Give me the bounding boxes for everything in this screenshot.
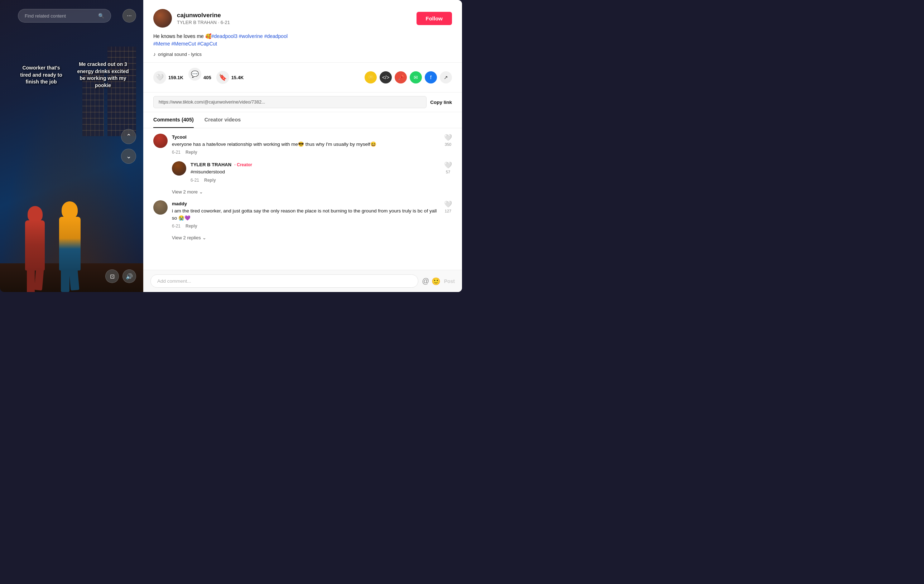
chevron-down-icon-2: ⌄ [202, 235, 206, 240]
meme-text-right: Me cracked out on 3 energy drinks excite… [75, 61, 131, 89]
hashtag-deadpool[interactable]: #deadpool [264, 33, 287, 39]
meme-text-left: Coworker that's tired and ready to finis… [18, 65, 64, 86]
description-text: He knows he loves me 🥰 [153, 33, 211, 39]
comment-meta-tycool: 6-21 Reply [172, 150, 440, 155]
comment-icon-button[interactable]: 💬 [188, 68, 201, 81]
comment-date-maddy: 6-21 [172, 223, 180, 228]
username-creator[interactable]: TYLER B TRAHAN [191, 162, 231, 167]
creator-badge: · Creator [234, 162, 252, 167]
volume-button[interactable]: 🔊 [122, 270, 136, 283]
emoji-icon[interactable]: 🙂 [432, 277, 441, 286]
whatsapp-icon[interactable]: ✉ [410, 71, 422, 83]
creator-info: cajunwolverine TYLER B TRAHAN · 6-21 [153, 9, 230, 28]
comment-input-section: @ 🙂 Post [143, 270, 462, 292]
bottom-icons: ⊡ 🔊 [105, 270, 136, 283]
captions-icon: ⊡ [110, 273, 115, 280]
post-button[interactable]: Post [444, 278, 455, 284]
volume-icon: 🔊 [126, 273, 133, 280]
bookmark-count: 15.4K [231, 75, 244, 80]
bookmark-action[interactable]: 🔖 15.4K [216, 71, 244, 84]
creator-username: cajunwolverine [177, 12, 230, 19]
facebook-icon[interactable]: f [425, 71, 437, 83]
like-count-maddy: 127 [445, 209, 451, 213]
sound-name: original sound - lyrics [158, 51, 201, 57]
chevron-up-icon: ⌃ [126, 132, 132, 141]
reply-button-maddy[interactable]: Reply [185, 223, 197, 228]
more-options-button[interactable]: ··· [122, 9, 136, 23]
view-more-1[interactable]: View 2 more ⌄ [172, 189, 452, 195]
like-creator: 🤍 57 [444, 161, 452, 182]
avatar-image [153, 9, 172, 28]
input-icons: @ 🙂 [422, 277, 440, 286]
deadpool-figure [21, 199, 50, 271]
reply-button-tycool[interactable]: Reply [185, 150, 197, 155]
avatar[interactable] [153, 9, 172, 28]
reply-button-creator[interactable]: Reply [204, 178, 216, 183]
search-bar[interactable]: 🔍 [18, 9, 111, 23]
heart-icon-tycool[interactable]: 🤍 [444, 134, 452, 142]
deadpool-body [25, 220, 45, 271]
wolverine-figure [57, 195, 86, 271]
comment-text-tycool: everyone has a hate/love relationship wi… [172, 141, 440, 148]
like-action[interactable]: 🤍 159.1K [153, 71, 183, 84]
username-maddy[interactable]: maddy [172, 201, 187, 206]
video-panel: Coworker that's tired and ready to finis… [0, 0, 143, 292]
heart-icon-maddy[interactable]: 🤍 [444, 200, 452, 208]
avatar-creator[interactable] [172, 161, 186, 175]
hashtag-capcut[interactable]: #CapCut [197, 41, 217, 46]
like-count-tycool: 350 [445, 142, 451, 147]
comment-meta-creator: 6-21 Reply [191, 178, 440, 183]
forward-icon[interactable]: ↗ [440, 71, 452, 83]
tab-comments[interactable]: Comments (405) [153, 112, 194, 128]
deadpool-head [28, 206, 43, 222]
comment-input[interactable] [150, 275, 418, 288]
link-url: https://www.tiktok.com/@cajunwolverine/v… [153, 96, 427, 108]
video-description: He knows he loves me 🥰#deadpool3 #wolver… [153, 33, 452, 48]
avatar-maddy[interactable] [153, 200, 168, 215]
comment-tycool: Tycool everyone has a hate/love relation… [153, 134, 452, 155]
like-count-creator: 57 [446, 170, 450, 174]
bookmark-icon-button[interactable]: 🔖 [216, 71, 229, 84]
hashtag-wolverine[interactable]: #wolverine [239, 33, 263, 39]
comment-action[interactable]: 💬 405 [188, 68, 211, 87]
tiktok-coin-icon[interactable]: 🪙 [365, 71, 377, 83]
mention-icon[interactable]: @ [422, 277, 429, 285]
nav-down-button[interactable]: ⌄ [121, 149, 136, 164]
username-tycool[interactable]: Tycool [172, 134, 186, 140]
search-input[interactable] [25, 13, 94, 19]
view-more-label-1: View 2 more [172, 189, 198, 195]
share-icons: 🪙 </> 📌 ✉ f ↗ [365, 71, 452, 83]
wolverine-leg-left [61, 269, 69, 292]
actions-section: 🤍 159.1K 💬 405 🔖 15.4K 🪙 </> 📌 ✉ f ↗ [143, 63, 462, 93]
hashtag-memecut[interactable]: #MemeCut [172, 41, 196, 46]
wolverine-head [62, 201, 78, 218]
search-icon: 🔍 [98, 13, 104, 19]
heart-icon-button[interactable]: 🤍 [153, 71, 166, 84]
wolverine-leg-right [69, 268, 79, 291]
hashtag-meme[interactable]: #Meme [153, 41, 170, 46]
avatar-tycool[interactable] [153, 134, 168, 148]
creator-details: cajunwolverine TYLER B TRAHAN · 6-21 [177, 12, 230, 25]
captions-button[interactable]: ⊡ [105, 270, 119, 283]
comment-date-creator: 6-21 [191, 178, 199, 183]
tabs-section: Comments (405) Creator videos [143, 112, 462, 128]
nav-up-button[interactable]: ⌃ [121, 129, 136, 144]
copy-link-button[interactable]: Copy link [430, 99, 452, 105]
view-replies-label-2: View 2 replies [172, 235, 201, 240]
creator-handle: TYLER B TRAHAN · 6-21 [177, 20, 230, 25]
comment-creator: TYLER B TRAHAN · Creator #misunderstood … [172, 161, 452, 182]
comment-count: 405 [203, 75, 211, 80]
comment-date-tycool: 6-21 [172, 150, 180, 155]
hashtag-deadpool3[interactable]: #deadpool3 [211, 33, 238, 39]
heart-icon-creator[interactable]: 🤍 [444, 161, 452, 169]
nested-creator-reply: TYLER B TRAHAN · Creator #misunderstood … [172, 161, 452, 182]
comment-body-tycool: Tycool everyone has a hate/love relation… [172, 134, 440, 155]
embed-icon[interactable]: </> [380, 71, 392, 83]
comment-text-creator: #misunderstood [191, 169, 440, 175]
comment-maddy: maddy i am the tired coworker, and just … [153, 200, 452, 229]
sound-info[interactable]: ♪ original sound - lyrics [153, 51, 452, 57]
view-replies-2[interactable]: View 2 replies ⌄ [172, 235, 452, 240]
report-icon[interactable]: 📌 [395, 71, 407, 83]
tab-creator-videos[interactable]: Creator videos [205, 112, 241, 128]
follow-button[interactable]: Follow [416, 12, 452, 25]
